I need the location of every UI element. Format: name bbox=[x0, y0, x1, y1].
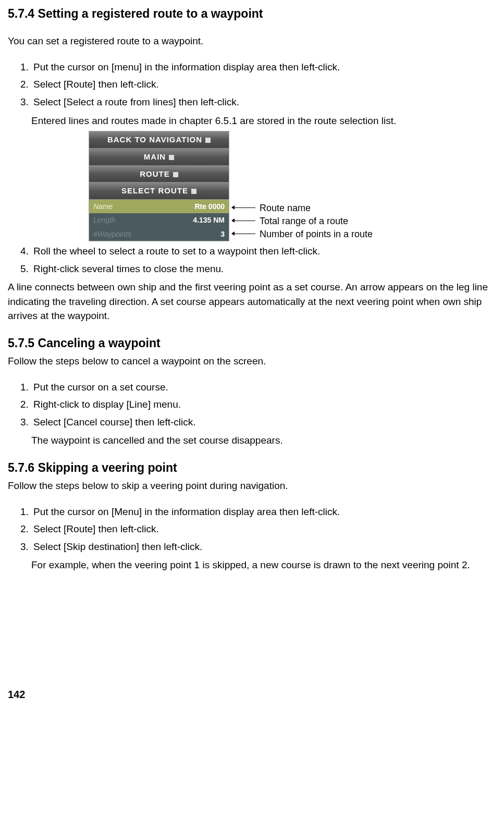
section-575: 5.7.5 Canceling a waypoint Follow the st… bbox=[8, 335, 496, 448]
info-value-waypoints: 3 bbox=[220, 229, 225, 239]
steps-576: Put the cursor on [Menu] in the informat… bbox=[8, 505, 496, 554]
arrow-icon bbox=[235, 234, 255, 234]
step-575-2: Right-click to display [Line] menu. bbox=[31, 397, 496, 412]
expand-icon bbox=[205, 138, 211, 143]
steps-575: Put the cursor on a set course. Right-cl… bbox=[8, 380, 496, 430]
info-row-name: Name Rte 0000 bbox=[89, 200, 229, 213]
info-value-name: Rte 0000 bbox=[194, 201, 225, 212]
expand-icon bbox=[169, 155, 174, 160]
info-label-length: Length bbox=[93, 215, 116, 225]
step-574-1: Put the cursor on [menu] in the informat… bbox=[31, 60, 496, 75]
steps-574-continued: Roll the wheel to select a route to set … bbox=[8, 244, 496, 276]
step-574-5: Right-click several times to close the m… bbox=[31, 262, 496, 276]
info-row-waypoints: #Waypoints 3 bbox=[89, 227, 229, 241]
intro-575: Follow the steps below to cancel a waypo… bbox=[8, 354, 496, 369]
intro-576: Follow the steps below to skip a veering… bbox=[8, 479, 496, 493]
heading-574: 5.7.4 Setting a registered route to a wa… bbox=[8, 5, 496, 22]
step-574-4: Roll the wheel to select a route to set … bbox=[31, 244, 496, 259]
post-para-574: A line connects between own ship and the… bbox=[8, 280, 496, 323]
anno-num-points: Number of points in a route bbox=[235, 227, 373, 240]
menu-row-back: BACK TO NAVIGATION bbox=[89, 131, 229, 149]
step-574-3: Select [Select a route from lines] then … bbox=[31, 95, 496, 109]
step-574-3-sub: Entered lines and routes made in chapter… bbox=[31, 114, 496, 128]
menu-row-select-route: SELECT ROUTE bbox=[89, 182, 229, 200]
step-575-3: Select [Cancel course] then left-click. bbox=[31, 415, 496, 430]
menu-screenshot: BACK TO NAVIGATION MAIN ROUTE SELECT ROU… bbox=[89, 131, 229, 241]
menu-row-route: ROUTE bbox=[89, 166, 229, 183]
figure-annotations: Route name Total range of a route Number… bbox=[235, 201, 373, 240]
info-row-length: Length 4.135 NM bbox=[89, 213, 229, 227]
step-576-2: Select [Route] then left-click. bbox=[31, 522, 496, 536]
expand-icon bbox=[173, 172, 178, 177]
arrow-icon bbox=[235, 207, 255, 208]
steps-574-first: Put the cursor on [menu] in the informat… bbox=[8, 60, 496, 109]
menu-row-main: MAIN bbox=[89, 149, 229, 166]
info-value-length: 4.135 NM bbox=[193, 215, 225, 225]
info-label-waypoints: #Waypoints bbox=[93, 229, 131, 239]
step-575-3-sub: The waypoint is cancelled and the set co… bbox=[31, 433, 496, 448]
expand-icon bbox=[191, 189, 196, 194]
menu-info-section: Name Rte 0000 Length 4.135 NM #Waypoints… bbox=[89, 200, 229, 241]
info-label-name: Name bbox=[93, 201, 113, 212]
heading-576: 5.7.6 Skipping a veering point bbox=[8, 459, 496, 476]
step-574-2: Select [Route] then left-click. bbox=[31, 77, 496, 92]
arrow-icon bbox=[235, 221, 255, 221]
anno-route-name: Route name bbox=[235, 201, 373, 214]
step-576-3: Select [Skip destination] then left-clic… bbox=[31, 540, 496, 554]
page-number: 142 bbox=[8, 687, 496, 702]
figure-select-route: BACK TO NAVIGATION MAIN ROUTE SELECT ROU… bbox=[89, 131, 496, 241]
section-574: 5.7.4 Setting a registered route to a wa… bbox=[8, 5, 496, 323]
heading-575: 5.7.5 Canceling a waypoint bbox=[8, 335, 496, 352]
step-576-1: Put the cursor on [Menu] in the informat… bbox=[31, 505, 496, 519]
intro-574: You can set a registered route to a wayp… bbox=[8, 34, 496, 48]
anno-total-range: Total range of a route bbox=[235, 214, 373, 227]
step-576-3-sub: For example, when the veering point 1 is… bbox=[31, 558, 496, 572]
section-576: 5.7.6 Skipping a veering point Follow th… bbox=[8, 459, 496, 572]
step-575-1: Put the cursor on a set course. bbox=[31, 380, 496, 395]
